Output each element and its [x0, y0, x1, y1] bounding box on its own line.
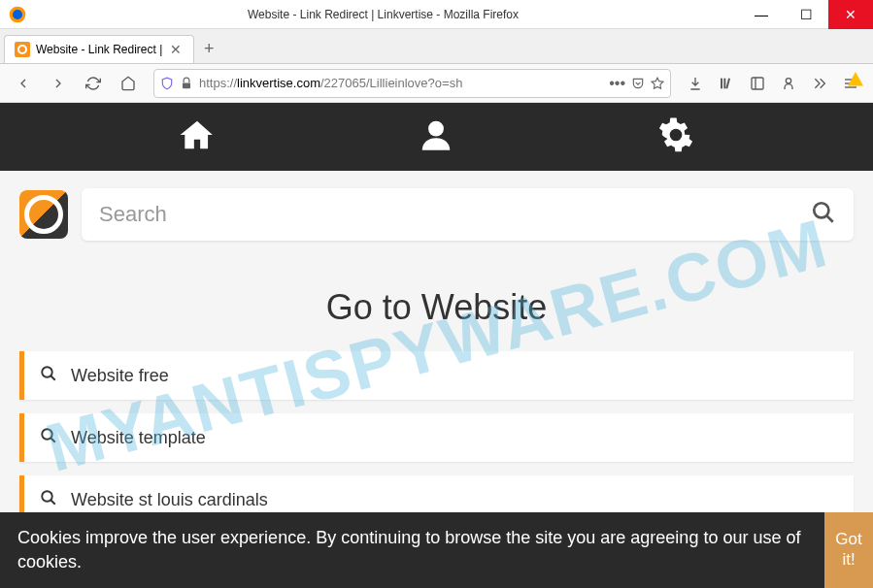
svg-point-19: [42, 429, 52, 440]
svg-line-18: [50, 376, 55, 380]
downloads-button[interactable]: [681, 68, 710, 99]
ellipsis-icon[interactable]: •••: [609, 75, 625, 92]
svg-point-1: [13, 10, 22, 19]
svg-rect-8: [752, 78, 763, 89]
menu-button[interactable]: [836, 68, 865, 99]
reload-button[interactable]: [78, 68, 109, 99]
result-label: Website free: [71, 366, 169, 386]
minimize-button[interactable]: —: [739, 0, 784, 29]
lock-icon[interactable]: [180, 77, 193, 90]
page-heading: Go to Website: [0, 258, 873, 351]
result-label: Website template: [71, 428, 206, 448]
window-titlebar: Website - Link Redirect | Linkvertise - …: [0, 0, 873, 29]
overflow-button[interactable]: [805, 68, 834, 99]
svg-line-16: [826, 215, 833, 222]
nav-user-icon[interactable]: [418, 116, 454, 157]
result-item[interactable]: Website template: [19, 413, 854, 462]
forward-button[interactable]: [43, 68, 74, 99]
back-button[interactable]: [8, 68, 39, 99]
url-bar[interactable]: https://linkvertise.com/227065/Lillieinl…: [153, 69, 671, 98]
tab-bar: Website - Link Redirect | ✕ +: [0, 29, 873, 64]
search-box: [82, 188, 854, 241]
tab-close-icon[interactable]: ✕: [168, 42, 184, 57]
account-button[interactable]: [774, 68, 803, 99]
svg-point-21: [42, 491, 52, 502]
library-button[interactable]: [712, 68, 741, 99]
result-label: Website st louis cardinals: [71, 490, 268, 510]
svg-point-14: [429, 121, 445, 137]
svg-point-17: [42, 367, 52, 377]
search-input[interactable]: [99, 202, 811, 227]
browser-toolbar: https://linkvertise.com/227065/Lillieinl…: [0, 64, 873, 103]
bookmark-icon[interactable]: [651, 77, 664, 90]
search-icon[interactable]: [811, 200, 836, 229]
svg-point-15: [814, 203, 828, 217]
site-topnav: [0, 103, 873, 171]
warning-badge-icon: [848, 72, 863, 87]
url-text: https://linkvertise.com/227065/Lillieinl…: [199, 76, 603, 90]
sidebar-button[interactable]: [743, 68, 772, 99]
cookie-banner: Cookies improve the user experience. By …: [0, 512, 873, 588]
svg-rect-7: [725, 78, 730, 88]
tab-favicon-icon: [15, 42, 30, 57]
search-result-icon: [40, 365, 57, 386]
svg-point-10: [786, 78, 790, 82]
search-result-icon: [40, 427, 57, 448]
maximize-button[interactable]: ☐: [784, 0, 828, 29]
site-logo[interactable]: [19, 190, 68, 239]
close-button[interactable]: ✕: [828, 0, 873, 29]
svg-rect-4: [183, 82, 190, 88]
nav-home-icon[interactable]: [179, 116, 216, 157]
pocket-icon[interactable]: [631, 77, 645, 90]
svg-line-22: [50, 500, 55, 505]
svg-rect-2: [15, 42, 30, 57]
home-button[interactable]: [113, 68, 144, 99]
svg-line-20: [50, 438, 55, 442]
new-tab-button[interactable]: +: [194, 34, 223, 63]
search-section: [0, 171, 873, 258]
firefox-icon: [8, 5, 27, 24]
browser-tab[interactable]: Website - Link Redirect | ✕: [4, 35, 194, 63]
search-result-icon: [40, 489, 57, 510]
window-controls: — ☐ ✕: [739, 0, 873, 29]
cookie-accept-button[interactable]: Got it!: [824, 512, 873, 588]
shield-icon[interactable]: [160, 77, 174, 90]
cookie-text: Cookies improve the user experience. By …: [0, 512, 824, 588]
svg-rect-5: [721, 78, 722, 88]
svg-rect-6: [723, 78, 725, 88]
tab-title: Website - Link Redirect |: [36, 43, 162, 56]
result-list: Website free Website template Website st…: [0, 351, 873, 524]
nav-settings-icon[interactable]: [657, 116, 694, 157]
result-item[interactable]: Website free: [19, 351, 854, 400]
window-title: Website - Link Redirect | Linkvertise - …: [27, 8, 739, 21]
